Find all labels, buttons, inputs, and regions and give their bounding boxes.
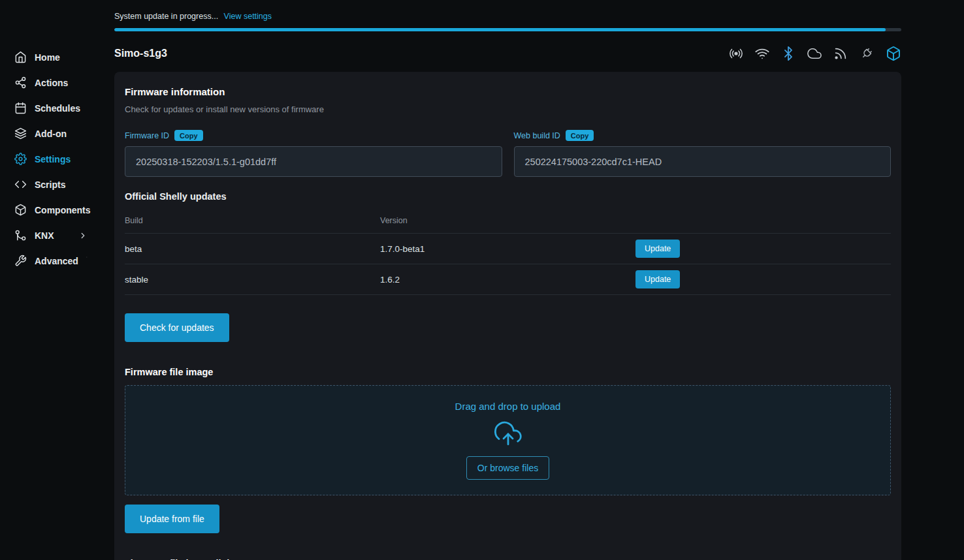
- sidebar-item-knx[interactable]: KNX: [0, 223, 104, 248]
- sidebar-item-label: KNX: [35, 230, 54, 241]
- firmware-card: Firmware information Check for updates o…: [114, 72, 901, 560]
- sidebar-item-advanced[interactable]: Advanced: [0, 248, 104, 273]
- update-notification: System update in progress... View settin…: [114, 12, 901, 31]
- sidebar-item-label: Actions: [35, 78, 68, 88]
- wifi-icon[interactable]: [755, 46, 769, 61]
- firmware-id-fields: Firmware ID Copy 20250318-152203/1.5.1-g…: [125, 130, 891, 177]
- sidebar-item-label: Advanced: [35, 256, 78, 266]
- sidebar-item-label: Add-on: [35, 129, 67, 139]
- device-name: Simo-s1g3: [114, 48, 167, 59]
- chevron-right-icon: [86, 257, 88, 266]
- version-cell: 1.6.2: [380, 275, 635, 285]
- box-icon: [14, 204, 27, 216]
- access-point-icon[interactable]: [729, 46, 743, 61]
- table-row-beta: beta 1.7.0-beta1 Update: [125, 234, 891, 264]
- gear-icon: [14, 153, 27, 165]
- sidebar-item-label: Home: [35, 52, 60, 63]
- upload-cloud-icon: [494, 420, 522, 448]
- debug-icon[interactable]: [860, 46, 874, 61]
- cloud-icon[interactable]: [807, 46, 822, 61]
- sidebar-item-label: Schedules: [35, 103, 80, 114]
- update-stable-button[interactable]: Update: [635, 270, 680, 288]
- code-icon: [14, 178, 27, 191]
- build-cell: beta: [125, 244, 380, 254]
- web-build-id-copy-button[interactable]: Copy: [566, 130, 594, 141]
- device-cube-icon[interactable]: [886, 46, 901, 61]
- page-header: Simo-s1g3: [114, 31, 901, 72]
- update-from-file-button[interactable]: Update from file: [125, 505, 219, 533]
- updates-table-header: Build Version: [125, 210, 891, 234]
- firmware-information-subtitle: Check for updates or install new version…: [125, 104, 891, 114]
- view-settings-link[interactable]: View settings: [224, 12, 272, 21]
- mqtt-icon[interactable]: [833, 46, 848, 61]
- web-build-id-field-group: Web build ID Copy 250224175003-220cd7c1-…: [514, 130, 892, 177]
- firmware-file-image-title: Firmware file image: [125, 367, 891, 377]
- firmware-information-title: Firmware information: [125, 86, 891, 97]
- main-content: System update in progress... View settin…: [104, 0, 964, 560]
- sidebar-item-scripts[interactable]: Scripts: [0, 172, 104, 197]
- official-updates-title: Official Shelly updates: [125, 191, 891, 202]
- calendar-icon: [14, 102, 27, 114]
- firmware-id-input[interactable]: 20250318-152203/1.5.1-g01dd7ff: [125, 146, 502, 177]
- check-for-updates-button[interactable]: Check for updates: [125, 313, 229, 342]
- version-cell: 1.7.0-beta1: [380, 244, 635, 254]
- firmware-id-label-row: Firmware ID Copy: [125, 130, 502, 141]
- chevron-right-icon: [78, 231, 88, 240]
- web-build-id-input[interactable]: 250224175003-220cd7c1-HEAD: [514, 146, 892, 177]
- firmware-id-label: Firmware ID: [125, 131, 169, 140]
- updates-table-header-build: Build: [125, 216, 380, 225]
- sidebar-item-label: Components: [35, 205, 91, 215]
- sidebar-item-components[interactable]: Components: [0, 197, 104, 223]
- layers-icon: [14, 127, 27, 140]
- sidebar-item-label: Settings: [35, 154, 71, 164]
- actions-icon: [14, 76, 27, 89]
- firmware-id-field-group: Firmware ID Copy 20250318-152203/1.5.1-g…: [125, 130, 502, 177]
- firmware-id-copy-button[interactable]: Copy: [174, 130, 203, 141]
- sidebar-item-actions[interactable]: Actions: [0, 70, 104, 95]
- tool-icon: [14, 255, 27, 267]
- dropzone-text: Drag and drop to upload: [455, 401, 561, 412]
- sidebar-item-schedules[interactable]: Schedules: [0, 95, 104, 121]
- browse-files-button[interactable]: Or browse files: [466, 456, 549, 480]
- update-notification-text: System update in progress...: [114, 12, 218, 21]
- bluetooth-icon[interactable]: [781, 46, 795, 61]
- sidebar-item-settings[interactable]: Settings: [0, 146, 104, 172]
- firmware-file-dropzone[interactable]: Drag and drop to upload Or browse files: [125, 385, 891, 495]
- update-beta-button[interactable]: Update: [635, 240, 680, 258]
- sidebar: Home Actions Schedules Add-on Settings S…: [0, 0, 104, 560]
- knx-icon: [14, 229, 27, 241]
- sidebar-item-addon[interactable]: Add-on: [0, 121, 104, 146]
- sidebar-item-home[interactable]: Home: [0, 44, 104, 70]
- status-icons: [729, 46, 901, 61]
- home-icon: [14, 51, 27, 63]
- table-row-stable: stable 1.6.2 Update: [125, 264, 891, 295]
- web-build-id-label-row: Web build ID Copy: [514, 130, 892, 141]
- sidebar-item-label: Scripts: [35, 179, 65, 190]
- build-cell: stable: [125, 275, 380, 285]
- updates-table-header-version: Version: [380, 216, 635, 225]
- web-build-id-label: Web build ID: [514, 131, 560, 140]
